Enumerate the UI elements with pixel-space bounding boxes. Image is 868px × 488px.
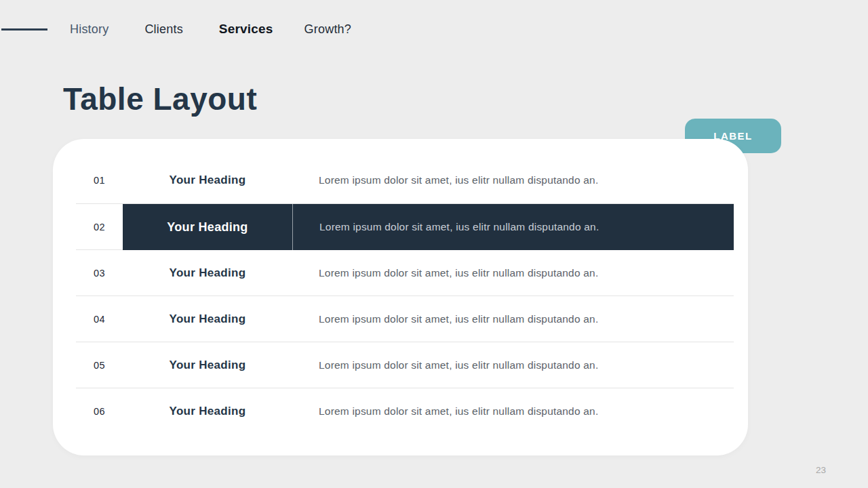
table-row-highlighted: 02 Your Heading Lorem ipsum dolor sit am… [76,203,734,249]
row-heading: Your Heading [123,359,292,372]
slide-canvas: History Clients Services Growth? Table L… [0,0,868,488]
row-heading: Your Heading [123,174,292,187]
row-number: 04 [76,314,123,325]
row-number: 06 [76,406,123,417]
page-title: Table Layout [63,81,257,117]
row-number: 02 [76,222,123,232]
table-row: 01 Your Heading Lorem ipsum dolor sit am… [76,157,734,203]
nav-item-services[interactable]: Services [219,22,273,37]
page-number: 23 [816,465,826,475]
table: 01 Your Heading Lorem ipsum dolor sit am… [76,157,734,434]
row-description: Lorem ipsum dolor sit amet, ius elitr nu… [292,313,734,325]
table-row: 06 Your Heading Lorem ipsum dolor sit am… [76,388,734,434]
nav-item-growth[interactable]: Growth? [304,22,351,37]
row-heading: Your Heading [123,266,292,280]
table-row: 03 Your Heading Lorem ipsum dolor sit am… [76,249,734,296]
row-number: 01 [76,175,123,186]
row-heading: Your Heading [123,204,292,250]
table-row: 05 Your Heading Lorem ipsum dolor sit am… [76,342,734,388]
table-row: 04 Your Heading Lorem ipsum dolor sit am… [76,296,734,342]
row-description: Lorem ipsum dolor sit amet, ius elitr nu… [292,405,734,418]
row-description: Lorem ipsum dolor sit amet, ius elitr nu… [292,174,734,186]
row-description: Lorem ipsum dolor sit amet, ius elitr nu… [292,267,734,279]
table-card: 01 Your Heading Lorem ipsum dolor sit am… [53,139,748,455]
nav-item-history[interactable]: History [70,22,108,37]
row-heading: Your Heading [123,312,292,326]
nav-accent-line [1,28,47,30]
nav-item-clients[interactable]: Clients [144,22,182,37]
row-description: Lorem ipsum dolor sit amet, ius elitr nu… [292,359,734,371]
top-nav: History Clients Services Growth? [70,22,351,38]
row-description: Lorem ipsum dolor sit amet, ius elitr nu… [292,204,734,250]
row-number: 03 [76,268,123,279]
row-heading: Your Heading [123,405,292,418]
row-number: 05 [76,360,123,371]
